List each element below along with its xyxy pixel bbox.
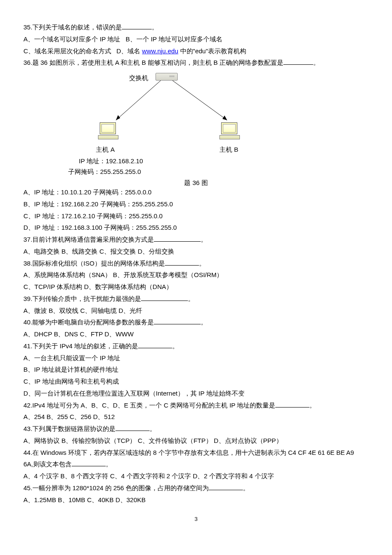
host-a-mask: 子网掩码：255.255.255.0 xyxy=(68,166,141,178)
q36-optB: B、IP 地址：192.168.2.20 子网掩码：255.255.255.0 xyxy=(23,198,369,210)
q42-opts: A、254 B、255 C、256 D、512 xyxy=(23,411,369,423)
q37-stem: 37.目前计算机网络通信普遍采用的交换方式是。 xyxy=(23,234,369,246)
q43-stem: 43.下列属于数据链路层协议的是。 xyxy=(23,423,369,435)
q42-stem-text: 42.IPv4 地址可分为 A、B、C、D、E 五类，一个 C 类网络可分配的主… xyxy=(23,402,275,409)
svg-marker-3 xyxy=(222,116,227,120)
q41-stem-tail: 。 xyxy=(172,342,179,350)
blank xyxy=(209,483,243,490)
q42-stem-tail: 。 xyxy=(309,402,316,409)
q41-stem-text: 41.下列关于 IPv4 地址的叙述，正确的是 xyxy=(23,342,138,350)
q44-line2-text: 6A,则该文本包含 xyxy=(23,460,72,468)
q44-line2: 6A,则该文本包含。 xyxy=(23,458,369,470)
q35-stem-tail: 。 xyxy=(152,23,158,31)
q45-opts: A、1.25MB B、10MB C、40KB D、320KB xyxy=(23,494,369,506)
q41-optD: D、同一台计算机在任意地理位置连入互联网（Internet），其 IP 地址始终… xyxy=(23,387,369,399)
svg-line-2 xyxy=(173,81,227,120)
q38-stem-text: 38.国际标准化组织（ISO）提出的网络体系结构是 xyxy=(23,260,165,267)
q37-stem-tail: 。 xyxy=(201,236,207,243)
q39-stem: 39.下列传输介质中，抗干扰能力最强的是。 xyxy=(23,293,369,305)
q38-opts-2: C、TCP/IP 体系结构 D、数字网络体系结构（DNA） xyxy=(23,281,369,293)
q35-line-ab: A、一个域名可以对应多个 IP 地址 B、一个 IP 地址可以对应多个域名 xyxy=(23,33,369,45)
q44-line2-tail: 。 xyxy=(106,460,112,468)
q40-stem-text: 40.能够为中断电脑自动分配网络参数的服务是 xyxy=(23,318,154,326)
blank xyxy=(72,460,106,466)
q45-stem-text: 45.一幅分辨率为 1280*1024 的 256 色的图像，占用的存储空间为 xyxy=(23,484,209,491)
blank xyxy=(154,318,201,324)
blank xyxy=(122,23,152,29)
q36-stem-tail: 。 xyxy=(313,59,320,66)
q41-optB: B、IP 地址就是计算机的硬件地址 xyxy=(23,364,369,376)
host-b-label: 主机 B xyxy=(219,144,238,156)
svg-marker-1 xyxy=(116,115,120,120)
q42-stem: 42.IPv4 地址可分为 A、B、C、D、E 五类，一个 C 类网络可分配的主… xyxy=(23,399,369,411)
host-a-icon xyxy=(98,122,118,139)
q39-stem-text: 39.下列传输介质中，抗干扰能力最强的是 xyxy=(23,295,141,302)
q38-stem-tail: 。 xyxy=(199,260,205,267)
q41-optA: A、一台主机只能设置一个 IP 地址 xyxy=(23,352,369,364)
svg-line-0 xyxy=(116,81,161,120)
q35-optD-post: 中的"edu"表示教育机构 xyxy=(178,47,246,55)
q35-stem: 35.下列关于域名的叙述，错误的是。 xyxy=(23,21,369,33)
q35-link[interactable]: www.nju.edu xyxy=(142,47,178,55)
q39-stem-tail: 。 xyxy=(188,295,194,302)
host-a-ip: IP 地址：192.168.2.10 xyxy=(79,155,143,167)
q35-optC: C、域名采用层次化的命名方式 xyxy=(23,47,111,55)
q36-stem-text: 36.题 36 如图所示，若使用主机 A 和主机 B 能够互相访问，则主机 B … xyxy=(23,59,283,66)
blank xyxy=(138,341,172,348)
q38-stem: 38.国际标准化组织（ISO）提出的网络体系结构是。 xyxy=(23,257,369,269)
q38-opts-1: A、系统网络体系结构（SNA） B、开放系统互联参考模型（OSI/RM） xyxy=(23,269,369,281)
blank xyxy=(165,259,199,266)
q36-optD: D、IP 地址：192.168.3.100 子网掩码：255.255.255.0 xyxy=(23,222,369,234)
blank xyxy=(275,401,309,408)
q41-stem: 41.下列关于 IPv4 地址的叙述，正确的是。 xyxy=(23,340,369,352)
q35-line-cd: C、域名采用层次化的命名方式 D、域名 www.nju.edu 中的"edu"表… xyxy=(23,45,369,57)
figure-caption: 题 36 图 xyxy=(23,177,369,189)
q45-stem: 45.一幅分辨率为 1280*1024 的 256 色的图像，占用的存储空间为。 xyxy=(23,482,369,494)
q43-stem-text: 43.下列属于数据链路层协议的是 xyxy=(23,425,115,432)
q36-figure: 交换机 主机 A 主机 B IP 地址：192.168.2.10 子网掩码：25… xyxy=(23,71,369,186)
page-number: 3 xyxy=(23,514,369,524)
q40-stem-tail: 。 xyxy=(201,318,207,326)
q44-line1: 44.在 Windows 环境下，若内存某区域连续的 8 个字节中存放有文本信息… xyxy=(23,447,369,459)
q35-stem-text: 35.下列关于域名的叙述，错误的是 xyxy=(23,23,122,31)
q35-optA: A、一个域名可以对应多个 IP 地址 xyxy=(23,35,120,43)
q37-opts: A、电路交换 B、线路交换 C、报文交换 D、分组交换 xyxy=(23,246,369,257)
q43-stem-tail: 。 xyxy=(150,425,156,432)
blank xyxy=(154,235,201,242)
blank xyxy=(283,58,313,65)
host-b-icon xyxy=(219,122,239,139)
q36-stem: 36.题 36 如图所示，若使用主机 A 和主机 B 能够互相访问，则主机 B … xyxy=(23,57,369,69)
q36-optC: C、IP 地址：172.16.2.10 子网掩码：255.255.0.0 xyxy=(23,210,369,222)
q39-opts: A、微波 B、双绞线 C、同轴电缆 D、光纤 xyxy=(23,305,369,317)
q44-opts: A、4 个汉字 B、8 个西文字符 C、4 个西文字符和 2 个汉字 D、2 个… xyxy=(23,470,369,482)
host-a-label: 主机 A xyxy=(96,144,115,156)
q41-optC: C、IP 地址由网络号和主机号构成 xyxy=(23,376,369,387)
blank xyxy=(141,294,188,301)
q45-stem-tail: 。 xyxy=(243,484,249,491)
q40-opts: A、DHCP B、DNS C、FTP D、WWW xyxy=(23,328,369,340)
q43-opts: A、网络协议 B、传输控制协议（TCP） C、文件传输协议（FTP） D、点对点… xyxy=(23,435,369,447)
q37-stem-text: 37.目前计算机网络通信普遍采用的交换方式是 xyxy=(23,236,154,243)
blank xyxy=(115,424,150,431)
q35-optD-pre: D、域名 xyxy=(116,47,142,55)
q35-optB: B、一个 IP 地址可以对应多个域名 xyxy=(126,35,222,43)
q40-stem: 40.能够为中断电脑自动分配网络参数的服务是。 xyxy=(23,316,369,328)
